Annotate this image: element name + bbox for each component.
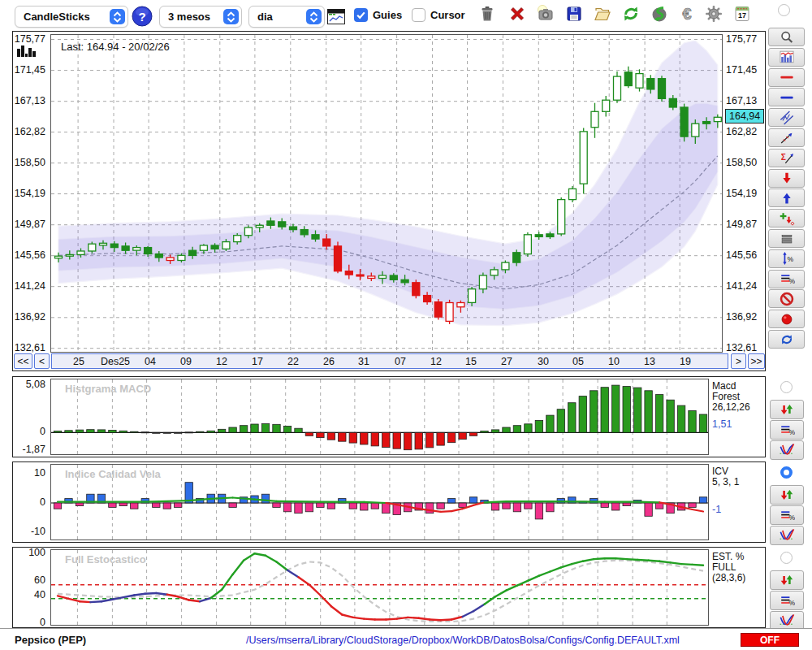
nav-last-button[interactable]: >> — [748, 353, 765, 369]
histogram-bar — [655, 395, 663, 433]
y-axis-label: 141,24 — [10, 280, 45, 292]
lines-percent-button[interactable]: % — [770, 420, 804, 440]
period-select[interactable]: 3 mesos — [159, 6, 242, 28]
date-axis-label: 30 — [538, 356, 549, 367]
camera-button[interactable] — [533, 3, 558, 28]
blue-hline-tool-button[interactable] — [768, 88, 805, 106]
histogram-bar — [261, 494, 269, 503]
save-floppy-button[interactable] — [562, 3, 586, 28]
channel-tool-button[interactable] — [768, 108, 805, 127]
hlines-list-tool-button[interactable] — [768, 229, 805, 248]
y-axis-label: 167,13 — [10, 95, 45, 106]
vertical-percent-tool-button[interactable]: % — [768, 249, 805, 268]
trend-arrow-icon — [778, 129, 794, 145]
histogram-bar — [601, 388, 608, 433]
panel-select-radio[interactable] — [780, 466, 793, 479]
up-arrow-blue-tool-button[interactable] — [768, 188, 805, 207]
histogram-bar — [415, 432, 422, 449]
sigma-trend-tool-button[interactable]: Σ — [768, 149, 805, 167]
undo-green-button[interactable] — [647, 3, 672, 28]
euro-button[interactable]: € — [675, 3, 699, 28]
open-folder-button[interactable] — [590, 3, 615, 28]
histogram-bar — [54, 431, 61, 433]
histogram-bar — [283, 503, 291, 512]
red-hline-tool-button[interactable] — [768, 68, 805, 87]
stochastic-k-line — [693, 565, 704, 566]
lines-percent-tool-button[interactable]: % — [768, 270, 805, 288]
open-folder-icon — [593, 4, 612, 27]
histogram-bar — [425, 503, 433, 514]
sync-arrows-icon — [778, 331, 794, 347]
help-button[interactable]: ? — [130, 4, 154, 28]
candlestick-plot[interactable] — [50, 34, 723, 353]
date-axis-label: 19 — [680, 356, 691, 367]
chart-type-select[interactable]: CandleSticks — [15, 6, 128, 28]
trend-arrow-tool-button[interactable] — [768, 128, 805, 147]
date-axis-label: 25 — [73, 356, 84, 367]
updown-arrows-button[interactable] — [770, 570, 804, 590]
stochastic-k-line — [364, 619, 375, 620]
updown-arrows-button[interactable] — [770, 485, 804, 505]
histogram-bar — [251, 424, 258, 432]
updown-arrows-button[interactable] — [770, 400, 804, 419]
lines-percent-button[interactable]: % — [770, 591, 804, 610]
panel-y-label: -1,87 — [10, 444, 45, 455]
histogram-bar — [535, 420, 542, 432]
gear-button[interactable] — [702, 3, 726, 28]
nav-first-button[interactable]: << — [14, 353, 32, 369]
panel-y-label: 5,08 — [10, 379, 45, 390]
refresh-green-button[interactable] — [619, 3, 643, 28]
period-value: 3 mesos — [160, 11, 223, 23]
histogram-bar — [491, 503, 499, 510]
histogram-bar — [535, 503, 542, 519]
calendar-button[interactable]: 17 — [730, 3, 754, 28]
vertical-percent-icon: % — [778, 250, 794, 266]
trash-button[interactable] — [475, 3, 499, 28]
date-axis-label: 10 — [608, 356, 620, 367]
panel-select-radio[interactable] — [780, 552, 793, 564]
histogram-bar — [623, 387, 630, 433]
candle — [624, 67, 632, 88]
lines-percent-button[interactable]: % — [770, 505, 804, 525]
stochastic-k-line — [342, 615, 353, 618]
magnifier-tool-button[interactable] — [768, 28, 805, 46]
y-axis-label: 171,45 — [726, 64, 757, 76]
plus-down-arrow-tool-button[interactable] — [768, 209, 805, 228]
indicator-plot[interactable] — [50, 549, 709, 626]
toolbar-radio[interactable] — [778, 4, 790, 16]
record-dot-tool-button[interactable] — [768, 310, 805, 328]
svg-text:%: % — [787, 256, 793, 264]
histogram-bar — [645, 391, 652, 433]
stochastic-k-line — [244, 553, 254, 561]
panel-select-radio[interactable] — [780, 381, 793, 393]
guies-checkbox[interactable] — [354, 8, 368, 22]
histogram-bar — [645, 503, 652, 516]
indicator-current-value: -1 — [712, 504, 721, 515]
chart-type-value: CandleSticks — [15, 11, 110, 23]
histogram-bar — [371, 503, 378, 509]
panel-y-label: -10 — [10, 526, 45, 537]
delete-x-button[interactable] — [505, 3, 529, 28]
stochastic-k-line — [80, 601, 90, 602]
nav-prev-button[interactable]: < — [34, 353, 50, 369]
panel-y-label: 100 — [10, 547, 45, 558]
icv-signal-line — [211, 498, 233, 499]
candle — [636, 69, 643, 91]
forbidden-icon — [778, 291, 794, 307]
svg-text:€: € — [682, 5, 691, 23]
nav-next-button[interactable]: > — [731, 353, 746, 369]
interval-select[interactable]: dia — [248, 6, 325, 28]
stochastic-k-line — [463, 611, 473, 617]
sync-arrows-tool-button[interactable] — [768, 330, 805, 349]
curves-button[interactable] — [770, 526, 804, 545]
stochastic-k-line — [353, 618, 365, 619]
down-arrow-red-tool-button[interactable] — [768, 169, 805, 188]
mini-chart-button[interactable] — [326, 7, 346, 25]
cursor-checkbox[interactable] — [412, 8, 425, 22]
stochastic-k-line — [659, 561, 671, 563]
forbidden-tool-button[interactable] — [768, 289, 805, 308]
date-axis-label: 22 — [287, 356, 299, 367]
indicator-chart-tool-button[interactable] — [768, 48, 805, 67]
off-button[interactable]: OFF — [741, 633, 799, 647]
curves-button[interactable] — [770, 440, 804, 460]
